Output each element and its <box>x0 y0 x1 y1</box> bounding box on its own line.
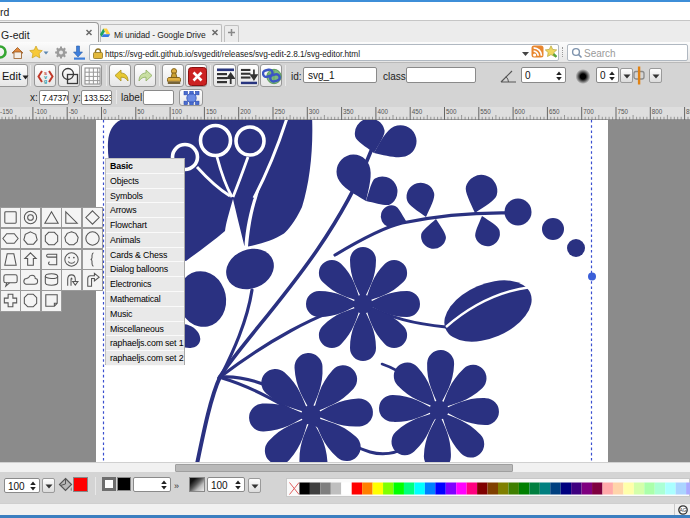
svg-text:250: 250 <box>275 108 286 115</box>
svg-text:100: 100 <box>172 108 183 115</box>
svg-text:50: 50 <box>137 108 145 115</box>
svg-text:-50: -50 <box>69 108 79 115</box>
svg-text:600: 600 <box>515 108 526 115</box>
svg-text:200: 200 <box>240 108 251 115</box>
svg-text:650: 650 <box>549 108 560 115</box>
svg-text:800: 800 <box>652 108 663 115</box>
svg-text:300: 300 <box>309 108 320 115</box>
svg-text:500: 500 <box>446 108 457 115</box>
svg-text:850: 850 <box>686 108 690 115</box>
svg-text:450: 450 <box>412 108 423 115</box>
svg-text:AG: AG <box>679 507 686 513</box>
svg-text:350: 350 <box>343 108 354 115</box>
svg-text:0: 0 <box>103 108 107 115</box>
svg-text:700: 700 <box>583 108 594 115</box>
svg-text:150: 150 <box>206 108 217 115</box>
svg-text:g: g <box>44 78 47 84</box>
svg-text:-100: -100 <box>34 108 47 115</box>
svg-text:750: 750 <box>618 108 629 115</box>
svg-text:-150: -150 <box>0 108 13 115</box>
svg-text:550: 550 <box>480 108 491 115</box>
svg-text:400: 400 <box>377 108 388 115</box>
